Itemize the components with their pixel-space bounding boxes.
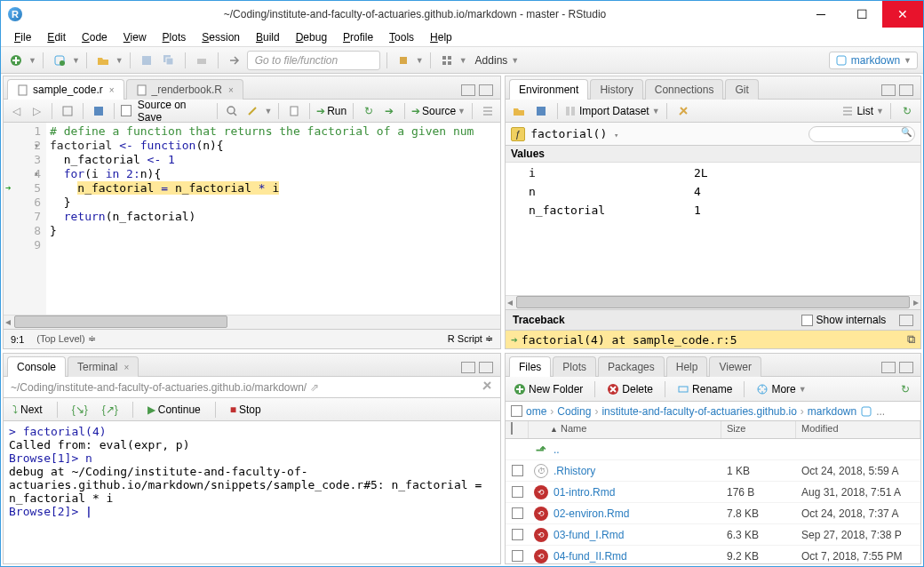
load-workspace-button[interactable] xyxy=(509,101,529,121)
file-row[interactable]: ⟲02-environ.Rmd7.8 KBOct 24, 2018, 7:37 … xyxy=(506,503,920,524)
source-button[interactable]: ➔Source ▼ xyxy=(411,105,466,117)
debug-stop-button[interactable]: ■Stop xyxy=(227,403,265,416)
list-view-button[interactable]: List ▼ xyxy=(841,105,884,117)
file-link[interactable]: 04-fund_II.Rmd xyxy=(554,550,627,563)
trace-expand-icon[interactable]: ⧉ xyxy=(907,332,915,347)
new-folder-button[interactable]: New Folder xyxy=(511,383,585,395)
debug-next-button[interactable]: ⤵Next xyxy=(9,403,46,416)
breadcrumb-segment[interactable]: Coding xyxy=(557,405,591,418)
refresh-button[interactable]: ↻ xyxy=(897,101,917,121)
file-row[interactable]: ⟲03-fund_I.Rmd6.3 KBSep 27, 2018, 7:38 P xyxy=(506,524,920,546)
more-button[interactable]: More ▼ xyxy=(753,383,808,395)
minimize-pane-icon[interactable] xyxy=(881,84,896,96)
breadcrumb-segment[interactable]: institute-and-faculty-of-actuaries.githu… xyxy=(601,405,796,418)
menu-code[interactable]: Code xyxy=(74,29,116,45)
file-checkbox[interactable] xyxy=(512,550,523,562)
file-row[interactable]: ⟲01-intro.Rmd176 BAug 31, 2018, 7:51 A xyxy=(506,482,920,503)
save-button[interactable] xyxy=(90,101,108,121)
dropdown-icon[interactable]: ▼ xyxy=(28,56,36,65)
menu-view[interactable]: View xyxy=(116,29,155,45)
env-tab-git[interactable]: Git xyxy=(725,79,758,100)
save-button[interactable] xyxy=(137,51,156,70)
menu-plots[interactable]: Plots xyxy=(155,29,195,45)
minimize-button[interactable]: ─ xyxy=(801,1,841,28)
menu-session[interactable]: Session xyxy=(194,29,248,45)
run-button[interactable]: ➔Run xyxy=(316,105,346,117)
close-tab-icon[interactable]: × xyxy=(228,85,234,95)
files-tab-plots[interactable]: Plots xyxy=(553,356,596,377)
show-internals-checkbox[interactable] xyxy=(801,315,813,326)
print-button[interactable] xyxy=(192,51,211,70)
save-workspace-button[interactable] xyxy=(531,101,551,121)
file-checkbox[interactable] xyxy=(512,486,523,498)
select-all-checkbox[interactable] xyxy=(511,422,513,435)
file-checkbox[interactable] xyxy=(512,529,523,540)
go-button[interactable]: ➔ xyxy=(380,101,398,121)
files-tab-files[interactable]: Files xyxy=(509,356,551,377)
rename-button[interactable]: Rename xyxy=(674,383,735,395)
new-project-button[interactable] xyxy=(50,51,69,70)
files-tab-help[interactable]: Help xyxy=(666,356,708,377)
env-var-row[interactable]: i2L xyxy=(507,164,919,181)
console-tab-terminal[interactable]: Terminal× xyxy=(68,356,139,377)
env-tab-environment[interactable]: Environment xyxy=(509,79,588,100)
file-row[interactable]: ⟲04-fund_II.Rmd9.2 KBOct 7, 2018, 7:55 P… xyxy=(506,546,920,563)
language-selector[interactable]: R Script ≑ xyxy=(448,333,493,345)
file-link[interactable]: .Rhistory xyxy=(554,465,595,477)
maximize-pane-icon[interactable] xyxy=(479,362,493,373)
path-popout-icon[interactable]: ⇗ xyxy=(310,381,319,394)
maximize-button[interactable]: ☐ xyxy=(841,1,882,28)
goto-file-input[interactable]: Go to file/function xyxy=(247,51,380,70)
more-path-icon[interactable]: ... xyxy=(876,405,885,418)
console-tab-console[interactable]: Console xyxy=(7,356,66,377)
dropdown-icon[interactable]: ▼ xyxy=(416,56,424,65)
forward-button[interactable]: ▷ xyxy=(28,101,45,121)
scope-selector[interactable]: (Top Level) ≑ xyxy=(36,333,95,344)
env-search-input[interactable] xyxy=(808,126,915,142)
source-on-save-checkbox[interactable] xyxy=(121,105,131,116)
breadcrumb-segment[interactable]: ome xyxy=(526,405,546,418)
open-file-button[interactable] xyxy=(93,51,113,70)
clear-console-icon[interactable] xyxy=(481,379,493,395)
menu-edit[interactable]: Edit xyxy=(39,29,74,45)
files-tab-viewer[interactable]: Viewer xyxy=(709,356,761,377)
file-link[interactable]: 01-intro.Rmd xyxy=(554,486,615,499)
code-editor[interactable]: 12▾34▾➔56789 # define a function that re… xyxy=(4,123,500,315)
show-in-new-button[interactable] xyxy=(59,101,76,121)
dropdown-icon[interactable]: ▼ xyxy=(459,56,467,65)
col-modified-header[interactable]: Modified xyxy=(796,421,920,438)
dropdown-icon[interactable]: ▼ xyxy=(116,56,123,65)
wand-button[interactable] xyxy=(243,101,261,121)
file-link[interactable]: 02-environ.Rmd xyxy=(554,507,629,520)
delete-button[interactable]: Delete xyxy=(604,383,656,395)
path-checkbox[interactable] xyxy=(511,405,522,417)
env-var-row[interactable]: n_factorial1 xyxy=(507,202,919,219)
menu-profile[interactable]: Profile xyxy=(335,29,381,45)
close-button[interactable]: ✕ xyxy=(882,1,923,28)
source-tab[interactable]: sample_code.r× xyxy=(7,79,124,100)
find-button[interactable] xyxy=(223,101,241,121)
addins-menu[interactable]: Addins ▼ xyxy=(470,54,525,67)
maximize-pane-icon[interactable] xyxy=(479,84,493,96)
menu-tools[interactable]: Tools xyxy=(381,29,422,45)
new-file-button[interactable] xyxy=(6,51,26,70)
maximize-pane-icon[interactable] xyxy=(899,84,913,96)
env-tab-connections[interactable]: Connections xyxy=(645,79,724,100)
file-row[interactable]: ⏱.Rhistory1 KBOct 24, 2018, 5:59 A xyxy=(506,460,920,482)
debug-step-into-button[interactable]: {↘} xyxy=(68,403,92,416)
files-tab-packages[interactable]: Packages xyxy=(598,356,665,377)
save-all-button[interactable] xyxy=(159,51,179,70)
breadcrumb-segment[interactable]: markdown xyxy=(808,405,856,418)
import-dataset-button[interactable]: Import Dataset ▼ xyxy=(564,105,660,117)
maximize-pane-icon[interactable] xyxy=(899,362,913,373)
outline-button[interactable] xyxy=(479,101,497,121)
parent-dir-row[interactable]: ⬏.. xyxy=(506,439,920,460)
source-tab[interactable]: _renderbook.R× xyxy=(126,79,243,100)
compile-report-button[interactable] xyxy=(285,101,303,121)
minimize-pane-icon[interactable] xyxy=(881,362,896,373)
refresh-button[interactable]: ↻ xyxy=(896,379,915,399)
traceback-entry[interactable]: factorial(4) at sample_code.r:5 xyxy=(522,333,737,347)
file-checkbox[interactable] xyxy=(512,465,523,476)
menu-build[interactable]: Build xyxy=(248,29,288,45)
env-tab-history[interactable]: History xyxy=(590,79,642,100)
